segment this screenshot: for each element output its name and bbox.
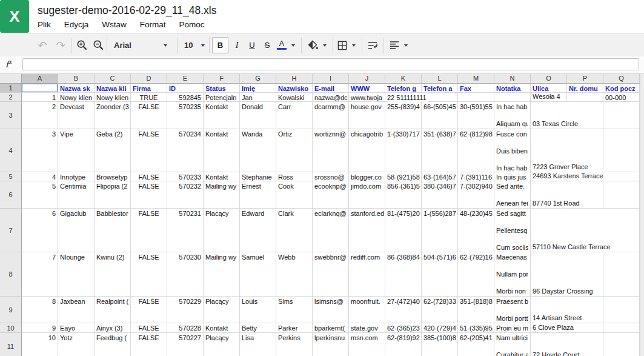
cell-g9[interactable]: Louis	[240, 297, 276, 323]
cell-k9[interactable]: 27-(472)40	[385, 297, 422, 323]
row-header-2[interactable]: 2	[0, 93, 22, 102]
row-header-4[interactable]: 4	[0, 129, 22, 172]
strikethrough-button[interactable]: S	[261, 34, 274, 56]
cell-p1[interactable]: Nr. domu	[567, 84, 603, 93]
column-header-d[interactable]: D	[131, 74, 167, 84]
cell-e1[interactable]: ID	[167, 84, 204, 93]
cell-d6[interactable]: FALSE	[131, 181, 167, 209]
cell-o1[interactable]: Ulica	[531, 84, 567, 93]
column-header-q[interactable]: Q	[603, 74, 640, 84]
cell-b8[interactable]: Nlounge	[58, 252, 95, 297]
cell-n10[interactable]: Proin eu m	[494, 323, 531, 333]
cell-o5[interactable]: 24693 Karstens Terrace	[531, 172, 567, 181]
cell-g11[interactable]: Lisa	[240, 333, 276, 356]
cell-q11[interactable]	[603, 333, 640, 356]
cell-o7[interactable]: 57110 New Castle Terrace	[531, 209, 567, 252]
cell-n3[interactable]: In hac habAliquam qu	[494, 102, 531, 129]
column-header-o[interactable]: O	[531, 74, 567, 84]
cell-h4[interactable]: Ortiz	[276, 129, 313, 172]
row-header-8[interactable]: 8	[0, 252, 22, 297]
cell-i10[interactable]: bparkernt(	[313, 323, 349, 333]
column-header-l[interactable]: L	[422, 74, 458, 84]
cell-h1[interactable]: Nazwisko	[276, 84, 313, 93]
cell-l5[interactable]: 63-(164)57	[422, 172, 458, 181]
cell-e11[interactable]: 570227	[167, 333, 204, 356]
cell-m9[interactable]: 351-(818)8	[458, 297, 494, 323]
cell-a3[interactable]: 2	[22, 102, 58, 129]
cell-i5[interactable]: srossno@	[313, 172, 349, 181]
cell-h6[interactable]: Cook	[276, 181, 313, 209]
cell-l3[interactable]: 66-(505)45	[422, 102, 458, 129]
cell-h11[interactable]: Perkins	[276, 333, 313, 356]
cell-o11[interactable]: 72 Hoyde Court	[531, 333, 567, 356]
cell-c7[interactable]: Babblestor	[95, 209, 131, 252]
column-header-c[interactable]: C	[95, 74, 131, 84]
cell-f4[interactable]: Kontakt	[204, 129, 240, 172]
cell-a9[interactable]: 8	[22, 297, 58, 323]
cell-g7[interactable]: Edward	[240, 209, 276, 252]
cell-n4[interactable]: Fusce conDuis bibenIn hac hab	[494, 129, 531, 172]
menu-item-plik[interactable]: Plik	[38, 20, 51, 29]
column-header-f[interactable]: F	[204, 74, 240, 84]
cell-k10[interactable]: 62-(365)23	[385, 323, 422, 333]
borders-button[interactable]	[335, 34, 350, 56]
cell-g10[interactable]: Betty	[240, 323, 276, 333]
cell-q5[interactable]	[603, 172, 640, 181]
cell-j4[interactable]: chicagotrib	[349, 129, 385, 172]
menu-item-format[interactable]: Format	[140, 20, 166, 29]
row-header-11[interactable]: 11	[0, 333, 22, 356]
cell-i9[interactable]: lsimsns@	[313, 297, 349, 323]
cell-d9[interactable]: FALSE	[131, 297, 167, 323]
cell-j9[interactable]: moonfruit.	[349, 297, 385, 323]
cell-h5[interactable]: Ross	[276, 172, 313, 181]
cell-h8[interactable]: Webb	[276, 252, 313, 297]
bold-button[interactable]: B	[212, 34, 228, 56]
cell-g6[interactable]: Ernest	[240, 181, 276, 209]
cell-h2[interactable]: Kowalski	[276, 93, 313, 102]
cell-k5[interactable]: 58-(921)58	[385, 172, 422, 181]
fill-color-dropdown[interactable]	[320, 34, 329, 56]
cell-i1[interactable]: E-mail	[313, 84, 349, 93]
cell-n6[interactable]: Sed ante.Aenean fer	[494, 181, 531, 209]
cell-j5[interactable]: blogger.co	[349, 172, 385, 181]
cell-n11[interactable]: Nam ultriciCurabitur a	[494, 333, 531, 356]
cell-f8[interactable]: Mailing wy	[204, 252, 240, 297]
cell-f1[interactable]: Status	[204, 84, 240, 93]
font-size-select[interactable]: 10	[181, 34, 206, 56]
cell-j6[interactable]: jimdo.com	[349, 181, 385, 209]
cell-b7[interactable]: Gigaclub	[58, 209, 95, 252]
cell-m6[interactable]: 7-(302)940	[458, 181, 494, 209]
cell-k7[interactable]: 81-(475)20	[385, 209, 422, 252]
cell-f11[interactable]: Płacący	[204, 333, 240, 356]
cell-g8[interactable]: Samuel	[240, 252, 276, 297]
cell-e8[interactable]: 570230	[167, 252, 204, 297]
redo-button[interactable]: ↷	[52, 34, 69, 56]
cell-j7[interactable]: stanford.ed	[349, 209, 385, 252]
cell-c10[interactable]: Ainyx (3)	[95, 323, 131, 333]
cell-j11[interactable]: msn.com	[349, 333, 385, 356]
cell-m1[interactable]: Fax	[458, 84, 494, 93]
cell-d7[interactable]: FALSE	[131, 209, 167, 252]
cell-b3[interactable]: Devcast	[58, 102, 95, 129]
cell-e10[interactable]: 570228	[167, 323, 204, 333]
cell-q6[interactable]	[603, 181, 640, 209]
cell-l10[interactable]: 420-(729)4	[422, 323, 458, 333]
cell-d8[interactable]: FALSE	[131, 252, 167, 297]
cell-f5[interactable]: Kontakt	[204, 172, 240, 181]
cell-j3[interactable]: house.gov	[349, 102, 385, 129]
cell-o9[interactable]: 14 Artisan Street	[531, 297, 567, 323]
cell-q2[interactable]: 00-000	[603, 93, 640, 102]
cell-a10[interactable]: 9	[22, 323, 58, 333]
fill-color-button[interactable]	[305, 34, 320, 56]
italic-button[interactable]: I	[230, 34, 244, 56]
cell-e5[interactable]: 570233	[167, 172, 204, 181]
select-all-corner[interactable]	[0, 74, 22, 84]
cell-f6[interactable]: Mailing wy	[204, 181, 240, 209]
cell-a7[interactable]: 6	[22, 209, 58, 252]
text-wrap-button[interactable]	[364, 34, 381, 56]
cell-n9[interactable]: Praesent bMorbi portt	[494, 297, 531, 323]
cell-c2[interactable]: Nowy klien	[95, 93, 131, 102]
zoom-in-button[interactable]	[74, 34, 90, 56]
cell-p2[interactable]	[567, 93, 603, 102]
text-color-button[interactable]: A	[275, 34, 288, 56]
